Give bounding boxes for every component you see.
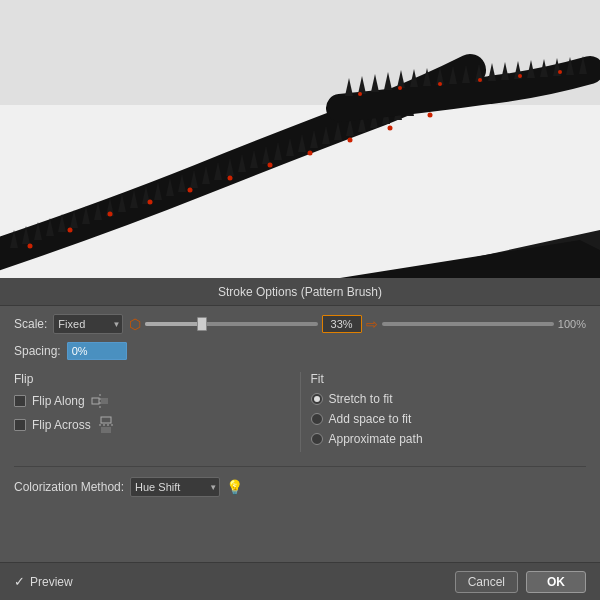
- svg-point-102: [438, 82, 442, 86]
- scale-row: Scale: Fixed ▼ ⬡ 33% ⇨ 100%: [14, 314, 586, 334]
- spacing-label: Spacing:: [14, 344, 61, 358]
- svg-point-77: [348, 138, 353, 143]
- approx-path-radio[interactable]: [311, 433, 323, 445]
- dialog-title: Stroke Options (Pattern Brush): [218, 285, 382, 299]
- svg-point-103: [478, 78, 482, 82]
- scale-label: Scale:: [14, 317, 47, 331]
- svg-point-71: [108, 212, 113, 217]
- svg-point-78: [388, 126, 393, 131]
- svg-rect-107: [101, 398, 108, 404]
- scale-slider-track[interactable]: [145, 322, 317, 326]
- svg-point-76: [308, 151, 313, 156]
- slider-min-icon: ⬡: [129, 316, 141, 332]
- lightbulb-icon[interactable]: 💡: [226, 479, 243, 495]
- svg-rect-110: [101, 427, 111, 433]
- flip-along-row: Flip Along: [14, 392, 290, 410]
- approx-path-row: Approximate path: [311, 432, 587, 446]
- stretch-to-fit-radio[interactable]: [311, 393, 323, 405]
- preview-label: Preview: [30, 575, 73, 589]
- flip-across-icon: [97, 416, 115, 434]
- svg-point-101: [398, 86, 402, 90]
- svg-point-79: [428, 113, 433, 118]
- stretch-to-fit-label: Stretch to fit: [329, 392, 393, 406]
- svg-point-69: [28, 244, 33, 249]
- svg-point-75: [268, 163, 273, 168]
- scale-value-box[interactable]: 33%: [322, 315, 362, 333]
- scale-select[interactable]: Fixed: [53, 314, 123, 334]
- fit-section: Fit Stretch to fit Add space to fit Appr…: [300, 372, 587, 452]
- flip-across-checkbox[interactable]: [14, 419, 26, 431]
- preview-checkmark: ✓: [14, 574, 25, 589]
- colorization-label: Colorization Method:: [14, 480, 124, 494]
- approx-path-label: Approximate path: [329, 432, 423, 446]
- scale-slider-track2[interactable]: [382, 322, 554, 326]
- svg-point-105: [558, 70, 562, 74]
- dialog-body: Scale: Fixed ▼ ⬡ 33% ⇨ 100%: [0, 306, 600, 505]
- colorization-select[interactable]: Hue Shift: [130, 477, 220, 497]
- flip-along-icon: [91, 392, 109, 410]
- add-space-radio[interactable]: [311, 413, 323, 425]
- dialog-title-bar: Stroke Options (Pattern Brush): [0, 278, 600, 306]
- add-space-label: Add space to fit: [329, 412, 412, 426]
- svg-point-100: [358, 92, 362, 96]
- svg-point-104: [518, 74, 522, 78]
- spacing-row: Spacing:: [14, 342, 586, 360]
- slider-max-icon: ⇨: [366, 316, 378, 332]
- two-column-section: Flip Flip Along Flip Across: [14, 372, 586, 452]
- ok-button[interactable]: OK: [526, 571, 586, 593]
- preview-checkbox-row: ✓ Preview: [14, 574, 73, 589]
- svg-point-73: [188, 188, 193, 193]
- flip-across-label: Flip Across: [32, 418, 91, 432]
- scale-end-value: 100%: [558, 318, 586, 330]
- flip-section: Flip Flip Along Flip Across: [14, 372, 300, 452]
- scale-slider-container: ⬡ 33% ⇨ 100%: [129, 315, 586, 333]
- spacing-input[interactable]: [67, 342, 127, 360]
- svg-point-70: [68, 228, 73, 233]
- preview-area: ▣ 🗑: [0, 0, 600, 278]
- colorization-select-wrapper: Hue Shift ▼: [130, 477, 220, 497]
- svg-point-72: [148, 200, 153, 205]
- add-space-row: Add space to fit: [311, 412, 587, 426]
- scale-select-wrapper: Fixed ▼: [53, 314, 123, 334]
- flip-along-label: Flip Along: [32, 394, 85, 408]
- svg-rect-106: [92, 398, 99, 404]
- cancel-button[interactable]: Cancel: [455, 571, 518, 593]
- scale-slider-fill: [145, 322, 202, 326]
- colorization-row: Colorization Method: Hue Shift ▼ 💡: [14, 466, 586, 497]
- stroke-options-dialog: Stroke Options (Pattern Brush) Scale: Fi…: [0, 278, 600, 600]
- bottom-bar: ✓ Preview Cancel OK: [0, 562, 600, 600]
- svg-rect-109: [101, 417, 111, 423]
- scale-slider-thumb[interactable]: [197, 317, 207, 331]
- flip-across-row: Flip Across: [14, 416, 290, 434]
- svg-point-74: [228, 176, 233, 181]
- flip-section-title: Flip: [14, 372, 290, 386]
- stretch-to-fit-row: Stretch to fit: [311, 392, 587, 406]
- fit-section-title: Fit: [311, 372, 587, 386]
- flip-along-checkbox[interactable]: [14, 395, 26, 407]
